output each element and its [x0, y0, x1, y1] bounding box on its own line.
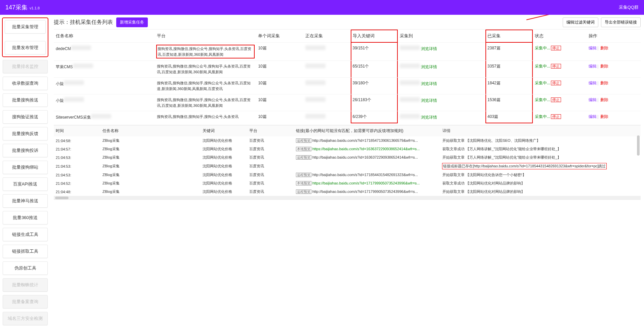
main-content: 提示：挂机采集任务列表 新增采集任务 编辑过滤关键词 导出全部错误链接 任务名称…: [50, 15, 644, 334]
ops-cell: 编辑|删除: [587, 61, 641, 78]
log-url[interactable]: http://baijiahao.baidu.com/s?id=17185471…: [312, 138, 418, 142]
task-name-cell: dedeCM: [54, 43, 155, 61]
log-link: 本地预览https://baijiahao.baidu.com/s?id=163…: [294, 145, 441, 153]
remote-preview-badge[interactable]: 远程预览: [296, 138, 311, 143]
qq-group-link[interactable]: 采集QQ群: [619, 4, 639, 10]
status-cell: 采集中...停止: [533, 94, 587, 111]
log-detail: 链接或标题已存在[http://baijiahao.baidu.com/s?id…: [440, 162, 641, 171]
sidebar-item-4[interactable]: 批量搜狗推送: [3, 93, 48, 107]
blurred-text: [305, 45, 326, 50]
sidebar-item-3[interactable]: 收录数据查询: [3, 77, 48, 90]
th-status: 状态: [533, 30, 587, 43]
running-cell: [303, 43, 351, 61]
stop-button[interactable]: 停止: [551, 114, 561, 119]
remote-preview-badge[interactable]: 远程预览: [296, 155, 311, 160]
delete-link[interactable]: 删除: [600, 64, 608, 69]
stop-button[interactable]: 停止: [551, 64, 561, 69]
sidebar-item-9[interactable]: 百度API推送: [3, 177, 48, 191]
log-url[interactable]: http://baijiahao.baidu.com/s?id=17185443…: [312, 173, 418, 177]
detail-link[interactable]: 浏览详情: [421, 115, 437, 120]
th-log-detail: 详情: [440, 125, 641, 136]
status-cell: 采集中...停止: [533, 111, 587, 123]
single-cell: 10篇: [256, 111, 303, 123]
blurred-text: [400, 45, 420, 50]
log-row: 21:04:58:ZBlog采集沈阳网站优化价格百度资讯远程预览http://b…: [54, 136, 641, 145]
sidebar-item-13[interactable]: 链接抓取工具: [3, 245, 48, 258]
collect-to-cell: 浏览详情: [398, 43, 485, 61]
edit-filter-button[interactable]: 编辑过滤关键词: [563, 17, 598, 27]
log-scrollbar-vertical[interactable]: [637, 135, 640, 327]
local-preview-badge[interactable]: 本地预览: [296, 147, 311, 151]
log-platform: 百度资讯: [247, 187, 294, 196]
log-keyword: 沈阳网站优化价格: [201, 187, 247, 196]
log-task: ZBlog采集: [100, 162, 201, 171]
log-link: 本地预览https://baijiahao.baidu.com/s?id=171…: [294, 179, 441, 187]
sidebar-item-7[interactable]: 批量搜狗投诉: [3, 144, 48, 157]
blurred-text: [305, 97, 326, 102]
edit-link[interactable]: 编辑: [589, 114, 597, 119]
task-name-cell: 小旋: [54, 78, 155, 94]
keywords-cell: 26/1183个: [351, 94, 398, 111]
logs-table: 时间 任务名称 关键词 平台 链接(最小的网站可能没有匹配，如需要可群内反馈增加…: [54, 125, 641, 196]
log-row: 21:04:53:ZBlog采集沈阳网站优化价格百度资讯链接或标题已存在[htt…: [54, 162, 641, 171]
single-cell: 10篇: [256, 78, 303, 94]
stop-button[interactable]: 停止: [551, 46, 561, 50]
add-task-button[interactable]: 新增采集任务: [116, 17, 148, 27]
sidebar-item-0[interactable]: 批量采集管理: [5, 20, 46, 34]
log-link: [294, 162, 441, 171]
delete-link[interactable]: 删除: [600, 114, 608, 119]
export-errors-button[interactable]: 导出全部错误链接: [601, 17, 641, 27]
delete-link[interactable]: 删除: [600, 46, 608, 50]
log-time: 21:04:57:: [54, 145, 100, 153]
blurred-text: [305, 80, 326, 85]
log-detail: 获取文章成功 【万人网络讲解_"沈阳网站优化"能给企业带来哪些好处_】: [440, 145, 641, 153]
remote-preview-badge[interactable]: 远程预览: [296, 190, 311, 194]
log-time: 21:04:58:: [54, 136, 100, 145]
task-name-cell: SiteserverCMS采集: [54, 111, 155, 123]
stop-button[interactable]: 停止: [551, 97, 561, 102]
platform-cell: 搜狗资讯,搜狗微信,搜狗知乎,搜狗公众号,头条资讯,百度知道,新浪新闻,360新…: [155, 78, 256, 94]
log-platform: 百度资讯: [247, 171, 294, 179]
status-cell: 采集中...停止: [533, 61, 587, 78]
sidebar-item-5[interactable]: 搜狗验证推送: [3, 110, 48, 124]
detail-link[interactable]: 浏览详情: [421, 98, 437, 103]
delete-link[interactable]: 删除: [600, 97, 608, 102]
remote-preview-badge[interactable]: 远程预览: [296, 173, 311, 177]
local-preview-badge[interactable]: 本地预览: [296, 181, 311, 185]
sidebar-item-14[interactable]: 伪原创工具: [3, 261, 48, 275]
log-link: 远程预览http://baijiahao.baidu.com/s?id=1718…: [294, 171, 441, 179]
log-platform: 百度资讯: [247, 145, 294, 153]
stop-button[interactable]: 停止: [551, 81, 561, 85]
log-time: 21:04:53:: [54, 171, 100, 179]
log-scrollbar-horizontal[interactable]: [54, 196, 641, 200]
sidebar-item-8[interactable]: 批量搜狗绑站: [3, 161, 48, 174]
blurred-text: [91, 114, 111, 119]
edit-link[interactable]: 编辑: [589, 64, 597, 69]
log-time: 21:04:52:: [54, 179, 100, 187]
detail-link[interactable]: 浏览详情: [421, 65, 437, 69]
platform-cell: 搜狗资讯,搜狗微信,搜狗知乎,搜狗公众号,头条资讯,百度资讯,百度知道,新浪新闻…: [155, 94, 256, 111]
sidebar-item-12[interactable]: 链接生成工具: [3, 228, 48, 241]
sidebar-item-1[interactable]: 批量发布管理: [5, 41, 46, 54]
edit-link[interactable]: 编辑: [589, 81, 597, 85]
delete-link[interactable]: 删除: [600, 81, 608, 85]
edit-link[interactable]: 编辑: [589, 46, 597, 50]
log-url[interactable]: http://baijiahao.baidu.com/s?id=16363722…: [312, 155, 418, 159]
sidebar-item-6[interactable]: 批量搜狗反馈: [3, 127, 48, 140]
running-cell: [303, 61, 351, 78]
keywords-cell: 39/180个: [351, 78, 398, 94]
edit-link[interactable]: 编辑: [589, 97, 597, 102]
single-cell: 10篇: [256, 94, 303, 111]
log-url[interactable]: https://baijiahao.baidu.com/s?id=1717999…: [312, 181, 420, 185]
detail-link[interactable]: 浏览详情: [421, 81, 437, 86]
platform-cell: 搜狗资讯,搜狗微信,搜狗公众号,搜狗知乎,头条资讯,百度资讯,百度知道,新浪新闻…: [155, 61, 256, 78]
th-running: 正在采集: [303, 30, 351, 43]
log-keyword: 沈阳网站优化价格: [201, 136, 247, 145]
task-row: 小旋搜狗资讯,搜狗微信,搜狗知乎,搜狗公众号,头条资讯,百度知道,新浪新闻,36…: [54, 78, 641, 94]
log-url[interactable]: https://baijiahao.baidu.com/s?id=1636372…: [312, 147, 420, 151]
log-url[interactable]: http://baijiahao.baidu.com/s?id=17179990…: [312, 190, 418, 194]
detail-link[interactable]: 浏览详情: [421, 46, 437, 51]
log-time: 21:04:53:: [54, 162, 100, 171]
sidebar-item-10[interactable]: 批量神马推送: [3, 194, 48, 208]
sidebar-item-11[interactable]: 批量360推送: [3, 211, 48, 224]
